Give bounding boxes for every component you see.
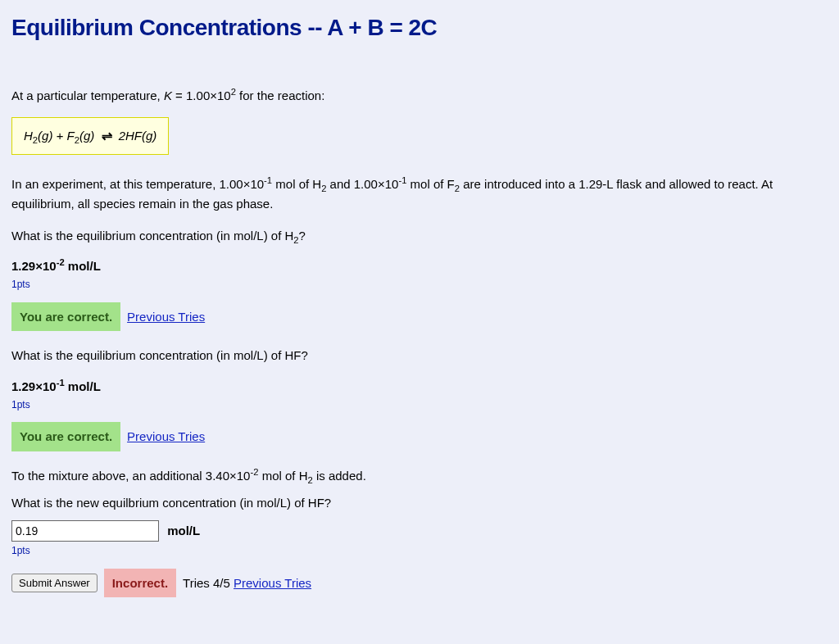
text: (g)	[142, 129, 156, 143]
text: = 1.00×10	[172, 88, 231, 102]
previous-tries-link[interactable]: Previous Tries	[127, 307, 205, 326]
question-3: What is the new equilbrium concentration…	[11, 493, 831, 512]
text: mol of H	[272, 177, 321, 191]
equilibrium-arrow-icon: ⇌	[98, 129, 116, 143]
points-label: 1pts	[11, 397, 831, 413]
feedback-row-2: You are correct. Previous Tries	[11, 422, 831, 451]
correct-badge: You are correct.	[11, 422, 120, 451]
feedback-row-3: Submit Answer Incorrect. Tries 4/5 Previ…	[11, 569, 831, 597]
text: 1.29×10	[11, 379, 57, 393]
text: H	[24, 129, 33, 143]
text: (g)	[79, 129, 94, 143]
text: -2	[57, 257, 65, 267]
answer-input[interactable]	[11, 520, 159, 542]
answer-input-row: mol/L	[11, 520, 831, 542]
text: Tries 4/5	[183, 576, 234, 590]
intro-paragraph: At a particular temperature, K = 1.00×10…	[11, 86, 831, 105]
text: -2	[250, 467, 258, 477]
submit-button[interactable]: Submit Answer	[11, 574, 98, 592]
page-title: Equilibrium Concentrations -- A + B = 2C	[11, 10, 831, 45]
text: At a particular temperature,	[11, 88, 164, 102]
text: for the reaction:	[236, 88, 324, 102]
equation-box: H2(g) + F2(g) ⇌ 2HF(g)	[11, 117, 169, 156]
points-label: 1pts	[11, 277, 831, 293]
question-2: What is the equilibrium concentration (i…	[11, 346, 831, 365]
text: F	[67, 129, 75, 143]
text: What is the equilibrium concentration (i…	[11, 229, 293, 243]
text: -1	[398, 175, 406, 185]
answer-2: 1.29×10-1 mol/L	[11, 377, 831, 396]
previous-tries-link[interactable]: Previous Tries	[234, 576, 311, 590]
text: To the mixture above, an additional 3.40…	[11, 469, 250, 483]
question-3-context: To the mixture above, an additional 3.40…	[11, 466, 831, 485]
text: +	[52, 129, 66, 143]
text: (g)	[38, 129, 52, 143]
correct-badge: You are correct.	[11, 302, 120, 331]
feedback-row-1: You are correct. Previous Tries	[11, 302, 831, 331]
text: mol of H	[258, 469, 307, 483]
incorrect-badge: Incorrect.	[104, 569, 176, 597]
text: and 1.00×10	[326, 177, 398, 191]
unit-label: mol/L	[167, 524, 200, 537]
answer-1: 1.29×10-2 mol/L	[11, 256, 831, 275]
text: -1	[57, 378, 65, 388]
text: is added.	[313, 469, 366, 483]
previous-tries-link[interactable]: Previous Tries	[127, 427, 205, 446]
tries-text: Tries 4/5 Previous Tries	[183, 574, 311, 592]
text: mol/L	[65, 379, 101, 393]
text: mol/L	[65, 259, 101, 273]
text: 1.29×10	[11, 259, 57, 273]
text: mol of F	[406, 177, 454, 191]
points-label: 1pts	[11, 543, 831, 559]
question-1: What is the equilibrium concentration (i…	[11, 226, 831, 245]
text: In an experiment, at this temperature, 1…	[11, 177, 264, 191]
text: 2HF	[116, 129, 143, 143]
text: K	[164, 88, 172, 102]
text: ?	[299, 229, 306, 243]
text: -1	[264, 175, 272, 185]
experiment-paragraph: In an experiment, at this temperature, 1…	[11, 175, 831, 213]
